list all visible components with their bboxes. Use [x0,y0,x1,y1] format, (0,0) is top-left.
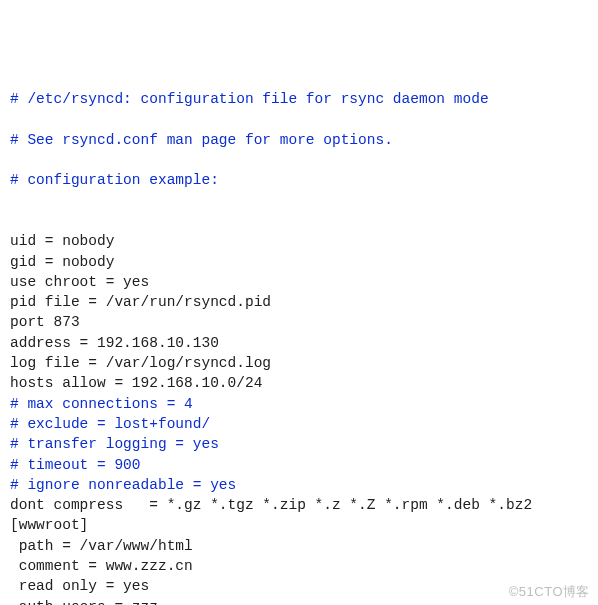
code-line [10,191,588,211]
code-line: comment = www.zzz.cn [10,556,588,576]
code-line: # timeout = 900 [10,455,588,475]
code-line: uid = nobody [10,231,588,251]
code-line: # max connections = 4 [10,394,588,414]
code-block: # /etc/rsyncd: configuration file for rs… [10,89,588,605]
code-line: use chroot = yes [10,272,588,292]
code-line: [wwwroot] [10,515,588,535]
code-line: # ignore nonreadable = yes [10,475,588,495]
code-line: # See rsyncd.conf man page for more opti… [10,130,588,150]
code-line: # configuration example: [10,170,588,190]
code-line: address = 192.168.10.130 [10,333,588,353]
code-line [10,211,588,231]
code-line: path = /var/www/html [10,536,588,556]
code-line: port 873 [10,312,588,332]
code-line: pid file = /var/run/rsyncd.pid [10,292,588,312]
code-line [10,150,588,170]
code-line: hosts allow = 192.168.10.0/24 [10,373,588,393]
code-line: # exclude = lost+found/ [10,414,588,434]
code-line: auth users = zzz [10,597,588,605]
code-line: log file = /var/log/rsyncd.log [10,353,588,373]
code-line [10,109,588,129]
code-line: dont compress = *.gz *.tgz *.zip *.z *.Z… [10,495,588,515]
code-line: gid = nobody [10,252,588,272]
code-line: read only = yes [10,576,588,596]
code-line: # /etc/rsyncd: configuration file for rs… [10,89,588,109]
code-line: # transfer logging = yes [10,434,588,454]
